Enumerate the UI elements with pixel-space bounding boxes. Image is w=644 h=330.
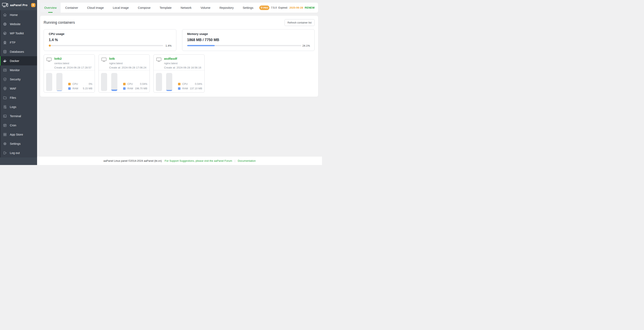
sidebar-item-home[interactable]: Home [0,10,37,19]
page-title: Running containers [44,20,75,25]
cpu-legend-label: CPU [182,83,188,85]
container-name[interactable]: asdfasdf [164,57,201,61]
cpu-legend-label: CPU [72,83,78,85]
memory-usage-title: Memory usage [187,32,310,36]
memory-usage-value: 1868 MB / 7750 MB [187,37,310,42]
ftp-icon [3,40,7,45]
container-image: nginx:latest [109,62,146,65]
tab-template[interactable]: Template [155,3,176,13]
container-card-lotk2[interactable]: lotk2 centos:latest Create at: 2024-06-2… [44,54,95,93]
ram-legend-value: 137.10 MB [190,87,202,90]
home-icon [3,13,7,17]
tab-cloud-image[interactable]: Cloud image [82,3,108,13]
cpu-legend-value: 0% [89,83,92,85]
docker-icon [3,59,7,63]
cpu-usage-title: CPU usage [49,32,172,36]
tab-settings[interactable]: Settings [238,3,258,13]
cpu-legend-value: 0.04% [195,83,202,85]
sidebar-item-waf[interactable]: WAF [0,84,37,93]
sidebar: aaPanel Pro 0 Home Website WP Toolkit FT… [0,0,37,165]
log-file-icon [3,105,7,109]
sidebar-item-terminal[interactable]: Terminal [0,111,37,121]
aapanel-logo-icon [2,3,8,7]
sidebar-item-logs[interactable]: Logs [0,102,37,111]
ram-legend-swatch [123,87,126,90]
calendar-icon [3,123,7,127]
ram-bar-fill [111,90,117,91]
sidebar-item-ftp[interactable]: FTP [0,38,37,47]
tab-local-image[interactable]: Local image [108,3,133,13]
folder-icon [3,96,7,100]
sidebar-item-docker[interactable]: Docker [0,56,37,65]
monitor-chart-icon [3,68,7,72]
website-icon [3,22,7,26]
message-count-badge[interactable]: 0 [31,3,36,7]
sidebar-item-log-out[interactable]: Log out [0,148,37,158]
cpu-legend-swatch [178,83,180,85]
ram-legend-label: RAM [128,87,133,90]
ram-legend-value: 196.70 MB [135,87,147,90]
cpu-legend-swatch [68,83,71,85]
sidebar-menu: Home Website WP Toolkit FTP Databases Do… [0,10,37,158]
cpu-progress-track [49,45,163,46]
container-card-lotk[interactable]: lotk nginx:latest Create at: 2024-06-28 … [98,54,150,93]
ram-bar-fill [166,90,172,91]
container-monitor-icon [102,57,109,70]
sidebar-item-app-store[interactable]: App Store [0,130,37,139]
copyright-text: aaPanel Linux panel ©2014-2024 aaPanel (… [104,159,162,162]
container-name[interactable]: lotk2 [54,57,91,61]
container-legend: CPU 0.04% RAM 137.10 MB [178,82,202,91]
sidebar-header: aaPanel Pro 0 [0,0,37,10]
panel-version: 7.5.0 [271,6,277,9]
sidebar-item-monitor[interactable]: Monitor [0,65,37,75]
container-name[interactable]: lotk [109,57,146,61]
app-title: aaPanel Pro [10,3,28,7]
refresh-container-list-button[interactable]: Refresh container list [284,19,315,26]
sidebar-item-cron[interactable]: Cron [0,121,37,130]
container-legend: CPU 0% RAM 5.15 MB [68,82,92,91]
gear-icon [3,142,7,146]
cpu-percent-label: 1.4% [163,44,172,47]
sidebar-item-wp-toolkit[interactable]: WP Toolkit [0,29,37,38]
tabbar-right-group: PRO 7.5.0 Expired: 2025-06-28 RENEW [259,3,318,13]
logout-icon [3,151,7,155]
container-legend: CPU 0.04% RAM 196.70 MB [123,82,147,91]
footer-separator: | [234,159,235,162]
sidebar-item-website[interactable]: Website [0,19,37,29]
pro-badge[interactable]: PRO [259,5,270,10]
cpu-bar-track [101,73,107,91]
wordpress-icon [3,31,7,35]
forum-link[interactable]: For Support Suggestions, please visit th… [165,159,232,162]
container-image: centos:latest [54,62,91,65]
container-monitor-icon [46,57,54,70]
cpu-legend-value: 0.04% [140,83,147,85]
ram-legend-value: 5.15 MB [83,87,92,90]
cpu-legend-label: CPU [128,83,133,85]
renew-link[interactable]: RENEW [305,6,315,9]
sidebar-item-files[interactable]: Files [0,93,37,102]
memory-progress-track [187,45,302,46]
sidebar-item-settings[interactable]: Settings [0,139,37,148]
tab-container[interactable]: Container [61,3,82,13]
cpu-usage-card: CPU usage 1.4 % 1.4% [44,29,176,51]
database-icon [3,50,7,54]
diamond-icon [260,7,263,9]
ram-bar-track [56,73,62,91]
ram-legend-label: RAM [182,87,188,90]
ram-bar-fill [56,91,62,91]
sidebar-item-databases[interactable]: Databases [0,47,37,56]
container-card-asdfasdf[interactable]: asdfasdf nginx:latest Create at: 2024-06… [154,54,205,93]
memory-percent-label: 24.1% [301,44,310,47]
tab-compose[interactable]: Compose [133,3,155,13]
tab-overview[interactable]: Overview [40,3,61,13]
docker-tab-bar: Overview Container Cloud image Local ima… [40,3,318,13]
ram-bar-track [111,73,117,91]
expired-label: Expired: [278,6,288,9]
footer: aaPanel Linux panel ©2014-2024 aaPanel (… [37,157,322,165]
tab-network[interactable]: Network [176,3,196,13]
tab-repository[interactable]: Repository [215,3,238,13]
documentation-link[interactable]: Documentation [238,159,256,162]
tab-volume[interactable]: Volume [196,3,215,13]
ram-legend-swatch [68,87,71,90]
sidebar-item-security[interactable]: Security [0,75,37,84]
